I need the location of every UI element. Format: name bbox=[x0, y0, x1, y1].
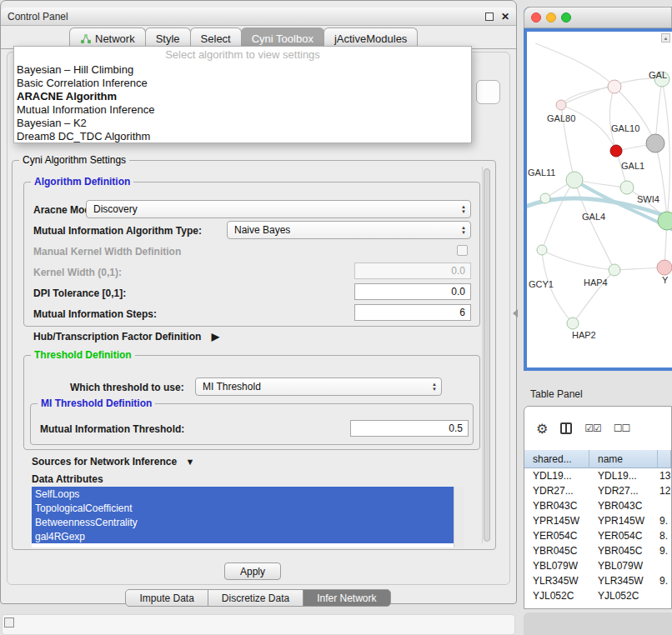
list-item[interactable]: gal4RGexp bbox=[32, 529, 454, 543]
list-scrollbar[interactable] bbox=[454, 487, 464, 548]
node-green bbox=[658, 212, 672, 230]
table-row[interactable]: YBL079W YBL079W bbox=[524, 558, 671, 573]
node-gal10 bbox=[610, 145, 622, 157]
tab-label: Cyni Toolbox bbox=[252, 32, 313, 45]
menu-item[interactable]: Bayesian – Hill Climbing bbox=[14, 62, 471, 76]
table-row[interactable]: YLR345W YLR345W 9. bbox=[524, 573, 671, 588]
chevron-updown-icon: ▲▼ bbox=[432, 382, 437, 392]
aracne-mode-select[interactable]: Discovery ▲▼ bbox=[86, 200, 471, 218]
node-label: SWI4 bbox=[637, 194, 659, 204]
node-label: GAL bbox=[649, 70, 667, 80]
column-header-name[interactable]: name bbox=[589, 450, 658, 468]
data-attributes-list[interactable]: SelfLoops TopologicalCoefficient Between… bbox=[32, 487, 464, 548]
hub-definition-toggle[interactable]: Hub/Transcription Factor Definition ▶ bbox=[33, 331, 219, 342]
canvas-scroll-button[interactable]: ▲ bbox=[661, 33, 670, 42]
manual-kernel-width-label: Manual Kernel Width Definition bbox=[33, 246, 181, 258]
which-threshold-label: Which threshold to use: bbox=[70, 382, 184, 393]
node-label: GCY1 bbox=[529, 279, 554, 289]
expand-arrow-icon: ▼ bbox=[185, 457, 194, 467]
mi-algorithm-type-select[interactable]: Naive Bayes ▲▼ bbox=[227, 221, 471, 239]
node bbox=[608, 80, 621, 93]
scrollbar-thumb[interactable] bbox=[484, 168, 490, 542]
traffic-minimize-icon[interactable] bbox=[546, 12, 556, 22]
group-title: MI Threshold Definition bbox=[38, 398, 155, 409]
tab-label: Select bbox=[201, 32, 231, 45]
table-row[interactable]: YBR043C YBR043C bbox=[524, 498, 671, 513]
restore-panel-icon[interactable] bbox=[4, 618, 14, 628]
apply-button[interactable]: Apply bbox=[224, 562, 281, 580]
node-label: HAP4 bbox=[584, 278, 608, 288]
arrow-up-icon: ▲ bbox=[664, 36, 669, 41]
tab-discretize-data[interactable]: Discretize Data bbox=[208, 589, 303, 607]
column-header-shared-name[interactable]: shared... bbox=[524, 450, 589, 468]
table-row[interactable]: YDL19... YDL19... 13 bbox=[524, 468, 671, 483]
panel-tool-button[interactable] bbox=[476, 80, 500, 104]
dropdown-placeholder: Select algorithm to view settings bbox=[14, 47, 471, 62]
menu-item[interactable]: Dream8 DC_TDC Algorithm bbox=[14, 129, 471, 142]
node bbox=[609, 264, 620, 276]
group-title: Cyni Algorithm Settings bbox=[19, 154, 129, 166]
collapsed-bottom-panel bbox=[2, 614, 515, 635]
node-label: GAL1 bbox=[621, 161, 644, 171]
float-panel-icon[interactable] bbox=[485, 12, 494, 21]
network-graph[interactable]: GAL GAL80 GAL10 GAL11 GAL1 SWI4 GAL4 GCY… bbox=[527, 32, 672, 368]
table-row[interactable]: YER054C YER054C 8. bbox=[524, 528, 671, 543]
selected-value: Discovery bbox=[93, 203, 138, 215]
table-panel-title: Table Panel bbox=[530, 388, 583, 400]
control-panel-title: Control Panel bbox=[8, 11, 68, 22]
tab-infer-network[interactable]: Infer Network bbox=[303, 589, 390, 607]
sources-toggle[interactable]: Sources for Network Inference ▼ bbox=[32, 456, 194, 468]
mi-threshold-field[interactable]: 0.5 bbox=[350, 420, 469, 437]
deselect-all-checkboxes-icon[interactable]: ☐☐ bbox=[614, 422, 630, 434]
kernel-width-field[interactable]: 0.0 bbox=[354, 262, 471, 279]
node bbox=[540, 193, 550, 203]
menu-item-selected[interactable]: ARACNE Algorithm bbox=[14, 89, 471, 102]
columns-icon[interactable] bbox=[560, 422, 572, 434]
dpi-tolerance-label: DPI Tolerance [0,1]: bbox=[33, 288, 126, 299]
tab-impute-data[interactable]: Impute Data bbox=[125, 589, 208, 607]
node-gray bbox=[646, 134, 664, 152]
list-item[interactable]: TopologicalCoefficient bbox=[32, 501, 454, 515]
tab-label: jActiveModules bbox=[334, 32, 407, 45]
control-panel-titlebar[interactable]: Control Panel ✕ bbox=[1, 8, 516, 26]
column-header-cut[interactable] bbox=[658, 450, 671, 468]
panel-splitter-handle[interactable] bbox=[513, 309, 518, 318]
network-window-titlebar[interactable] bbox=[524, 7, 672, 28]
menu-item[interactable]: Basic Correlation Inference bbox=[14, 76, 471, 89]
network-edges-thick bbox=[527, 180, 672, 233]
traffic-zoom-icon[interactable] bbox=[561, 12, 571, 22]
which-threshold-select[interactable]: MI Threshold ▲▼ bbox=[195, 378, 442, 396]
mi-steps-field[interactable]: 6 bbox=[354, 304, 471, 321]
menu-item[interactable]: Bayesian – K2 bbox=[14, 116, 471, 129]
table-body: YDL19... YDL19... 13 YDR27... YDR27... 1… bbox=[524, 468, 671, 603]
list-item[interactable]: BetweennessCentrality bbox=[32, 515, 454, 529]
dpi-tolerance-field[interactable]: 0.0 bbox=[354, 283, 471, 300]
group-title: Threshold Definition bbox=[31, 349, 135, 361]
table-row[interactable]: YDR27... YDR27... 12 bbox=[524, 483, 671, 498]
tab-label: Style bbox=[156, 32, 180, 45]
gear-icon[interactable]: ⚙ bbox=[536, 421, 548, 437]
mi-steps-label: Mutual Information Steps: bbox=[33, 308, 157, 320]
settings-scrollbar[interactable] bbox=[482, 167, 491, 543]
select-all-checkboxes-icon[interactable]: ☑☑ bbox=[584, 422, 601, 434]
close-icon[interactable]: ✕ bbox=[501, 12, 509, 21]
list-item[interactable]: SelfLoops bbox=[32, 487, 454, 501]
bottom-tabbar: Impute Data Discretize Data Infer Networ… bbox=[0, 589, 517, 607]
node-label: Y bbox=[662, 275, 669, 285]
table-toolbar: ⚙ ☑☑ ☐☐ bbox=[524, 410, 671, 447]
network-canvas[interactable]: GAL GAL80 GAL10 GAL11 GAL1 SWI4 GAL4 GCY… bbox=[527, 32, 672, 368]
traffic-close-icon[interactable] bbox=[531, 12, 541, 22]
data-attributes-label: Data Attributes bbox=[32, 473, 103, 485]
table-row[interactable]: YBR045C YBR045C 9. bbox=[524, 543, 671, 558]
table-row[interactable]: YPR145W YPR145W 9. bbox=[524, 513, 671, 528]
menu-item[interactable]: Mutual Information Inference bbox=[14, 102, 471, 116]
table-row[interactable]: YJL052C YJL052C bbox=[524, 588, 671, 603]
network-node-labels: GAL GAL80 GAL10 GAL11 GAL1 SWI4 GAL4 GCY… bbox=[528, 70, 669, 340]
node-label: GAL10 bbox=[611, 123, 639, 133]
tab-label: Network bbox=[95, 32, 135, 45]
manual-kernel-width-checkbox[interactable] bbox=[457, 245, 468, 256]
network-icon bbox=[80, 33, 91, 44]
algorithm-dropdown-popup: Select algorithm to view settings Bayesi… bbox=[13, 46, 472, 143]
desktop: Control Panel ✕ Network Style Select Cyn… bbox=[0, 0, 672, 635]
group-title: Algorithm Definition bbox=[31, 176, 133, 188]
